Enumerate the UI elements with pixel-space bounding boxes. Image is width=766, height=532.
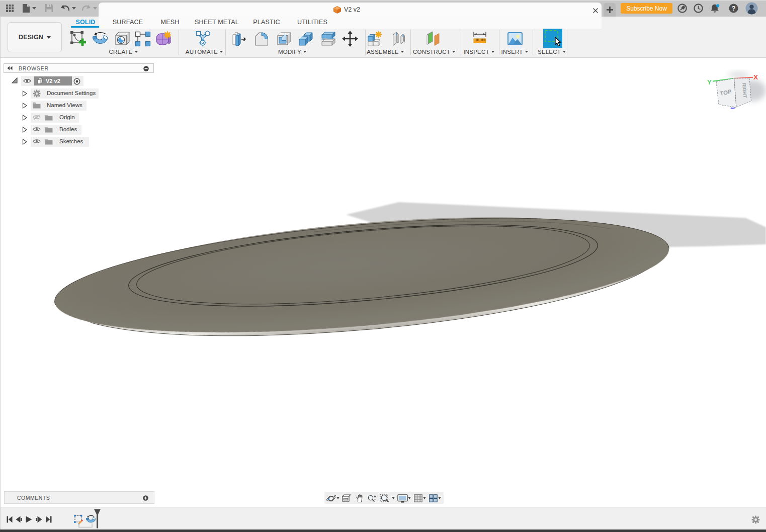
timeline-sketch-feature[interactable] <box>73 514 84 524</box>
x-axis-label: X <box>753 73 758 81</box>
zoom-icon[interactable] <box>368 495 377 502</box>
timeline-position-marker[interactable] <box>94 509 101 528</box>
timeline-step-forward-button[interactable] <box>36 516 42 523</box>
timeline-play-button[interactable] <box>26 516 32 523</box>
plate-body[interactable] <box>50 197 673 356</box>
timeline-step-back-button[interactable] <box>16 516 22 523</box>
model-canvas[interactable] <box>0 0 766 532</box>
pan-icon[interactable] <box>356 494 364 502</box>
timeline-group-bracket <box>78 523 93 528</box>
timeline-go-to-start-button[interactable] <box>7 516 13 523</box>
viewports-icon[interactable] <box>429 494 438 502</box>
window-border <box>0 17 1 529</box>
view-cube[interactable]: Y X TOP RIGHT <box>702 69 766 117</box>
grid-settings-icon[interactable] <box>414 494 422 502</box>
look-at-icon[interactable] <box>342 494 351 502</box>
y-axis-label: Y <box>707 78 712 86</box>
right-face-label: RIGHT <box>741 83 748 98</box>
orbit-icon[interactable] <box>326 494 336 503</box>
mouse-cursor <box>555 37 562 47</box>
display-settings-icon[interactable] <box>397 494 408 503</box>
timeline-go-to-end-button[interactable] <box>46 516 52 523</box>
fit-icon[interactable] <box>380 494 391 503</box>
z-axis-tick <box>731 108 735 108</box>
fusion-app-window: V2 v2 Subscribe Now ? DESIGN SOL <box>0 0 766 532</box>
preferences-gear-icon[interactable] <box>751 515 760 524</box>
